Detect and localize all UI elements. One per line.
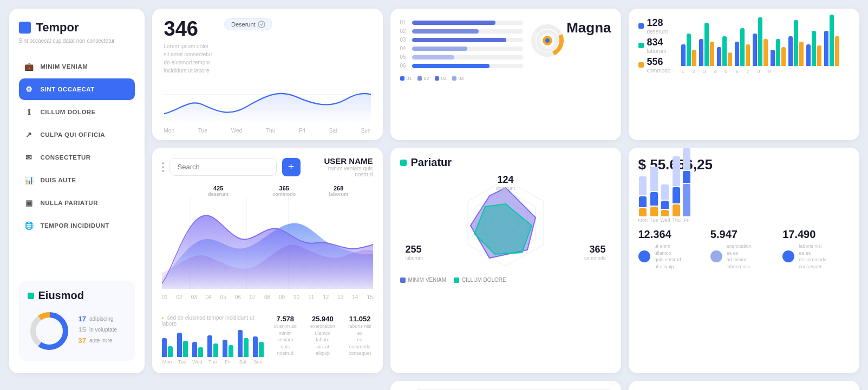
pariatur-card: Pariatur 124 doserunt 365 commodo 255 la… [390, 148, 621, 373]
sidebar-item-cillum-dolore[interactable]: ℹ CILLUM DOLORE [19, 101, 135, 123]
magna-bars: 01 02 03 04 05 06 [400, 19, 524, 71]
pariatur-accent [400, 160, 407, 166]
eiusmod-card: Eiusmod 17 adipiscing 15 in volupt [19, 281, 135, 361]
mail-icon: ✉ [24, 153, 34, 162]
options-menu[interactable] [162, 162, 164, 172]
area-chart-svg [162, 197, 373, 289]
finance-stats: 12.364 ut enimullamcoquis nostrudut aliq… [638, 228, 850, 270]
search-input[interactable] [169, 158, 277, 176]
stats-x-labels: 123456789 [681, 69, 849, 74]
chart-icon: 📊 [24, 175, 34, 185]
main-header: + USER NAME minim veniam quis nostrud [162, 156, 373, 177]
main-stats: 7.578 ut enim adminim veniamquis nostrud… [272, 315, 373, 357]
brand-icon [19, 22, 31, 34]
gear-icon: ⚙ [24, 84, 34, 94]
line-top-card: 346 Lorem ipsum dolor sit amet consectet… [152, 9, 383, 140]
peak-labels: 425 deserunt 365 commodo 268 laborum [162, 185, 373, 197]
bottom-bar-chart: Mon Tue Wed Thu Fri Sat Sun [162, 332, 264, 365]
sidebar-item-culpa[interactable]: ↗ CULPA QUI OFFICIA [19, 124, 135, 146]
finance-card: $ 55.656,25 Mon Tue Wed [629, 148, 859, 373]
svg-point-4 [258, 21, 265, 28]
radar-container: 124 doserunt 365 commodo 255 laborum [400, 174, 611, 272]
magna-card: 01 02 03 04 05 06 Magna [390, 9, 621, 140]
bottom-chart-card: 60 000 30 000 10 000 [390, 381, 621, 390]
brand-title: Tempor [36, 21, 79, 35]
magna-donut [528, 22, 566, 60]
add-button[interactable]: + [282, 158, 301, 176]
box-icon: ▣ [24, 198, 34, 208]
main-card: + USER NAME minim veniam quis nostrud 42… [152, 148, 383, 373]
donut-chart [28, 309, 71, 353]
green-accent [28, 293, 34, 299]
line-top-x-labels: Mon Tue Wed Thu Fri Sat Sun [164, 128, 371, 134]
magna-legend: 01 02 03 04 [400, 76, 611, 81]
pariatur-legend: MINIM VENIAM CILLUM DOLORE [400, 277, 611, 283]
sidebar: Tempor Sint occaecat cupidatat non conse… [9, 9, 145, 373]
sidebar-item-nulla-pariatur[interactable]: ▣ NULLA PARIATUR [19, 192, 135, 214]
bottom-stats-card: 957 +35% ut enimullamcoveniam 225 -17% e… [629, 381, 859, 390]
finance-stat-3: 17.490 laboris nisiea eses commodoconseq… [782, 228, 849, 270]
stats-legend: 128 deserunt 834 laborum 556 commodo [638, 17, 671, 74]
sidebar-menu: 💼 MINIM VENIAM ⚙ SINT OCCAECAT ℹ CILLUM … [19, 56, 135, 272]
sidebar-item-sint-occaecat[interactable]: ⚙ SINT OCCAECAT [19, 78, 135, 100]
globe-icon: 🌐 [24, 221, 34, 230]
finance-stat-1: 12.364 ut enimullamcoquis nostrudut aliq… [638, 228, 705, 270]
sidebar-item-minim-veniam[interactable]: 💼 MINIM VENIAM [19, 56, 135, 77]
sidebar-item-consectetur[interactable]: ✉ CONSECTETUR [19, 147, 135, 168]
area-chart-container: 425 deserunt 365 commodo 268 laborum [162, 185, 373, 291]
radar-top-label: 124 doserunt [496, 174, 515, 191]
donut-area: 17 adipiscing 15 in voluptate 37 aute ir… [28, 309, 126, 353]
sidebar-item-tempor-incididunt[interactable]: 🌐 TEMPOR INCIDIDUNT [19, 215, 135, 236]
share-icon: ↗ [24, 130, 34, 140]
deserunt-badge: Deserunt [224, 18, 272, 30]
badge-icon [258, 21, 265, 28]
stats-bar-card: 128 deserunt 834 laborum 556 commodo [629, 9, 859, 140]
stat-25940: 25.940 exercitationulamco laborenisi ut … [309, 315, 336, 357]
info-icon: ℹ [24, 107, 34, 117]
finance-amount: $ 55.656,25 [638, 156, 850, 173]
radar-left-label: 255 laborum [406, 244, 423, 261]
dashboard: Tempor Sint occaecat cupidatat non conse… [9, 9, 859, 390]
radar-right-label: 365 commodo [584, 244, 606, 261]
sidebar-subtitle: Sint occaecat cupidatat non consectetur [19, 38, 135, 44]
line-top-svg [164, 80, 371, 123]
briefcase-icon: 💼 [24, 62, 34, 71]
stat-7578: 7.578 ut enim adminim veniamquis nostrud [272, 315, 299, 357]
finance-stat-2: 5.947 exercitationes esad minimlaboria n… [710, 228, 777, 270]
stat-11052: 11.052 laboris nisi exea commodoconseque… [347, 315, 373, 357]
eiusmod-title: Eiusmod [28, 289, 126, 302]
main-bottom: ▪ sed do eiusmod tempor incididunt ut la… [162, 308, 373, 365]
pariatur-title: Pariatur [400, 156, 611, 169]
line-top-desc: Lorem ipsum dolor sit amet consectetur d… [164, 42, 212, 75]
line-top-number: 346 [164, 18, 212, 39]
stats-bar-chart [681, 17, 849, 66]
sidebar-brand: Tempor [19, 21, 135, 35]
sidebar-item-duis-aute[interactable]: 📊 DUIS AUTE [19, 169, 135, 191]
svg-point-13 [545, 38, 550, 43]
finance-bar-chart: Mon Tue Wed Thu [638, 180, 850, 223]
donut-legend: 17 adipiscing 15 in voluptate 37 aute ir… [79, 315, 118, 347]
magna-title: Magna [566, 19, 611, 36]
user-name-area: USER NAME minim veniam quis nostrud [322, 156, 373, 177]
area-chart-x-labels: 01020304050607 0809101112131415 [162, 294, 373, 300]
